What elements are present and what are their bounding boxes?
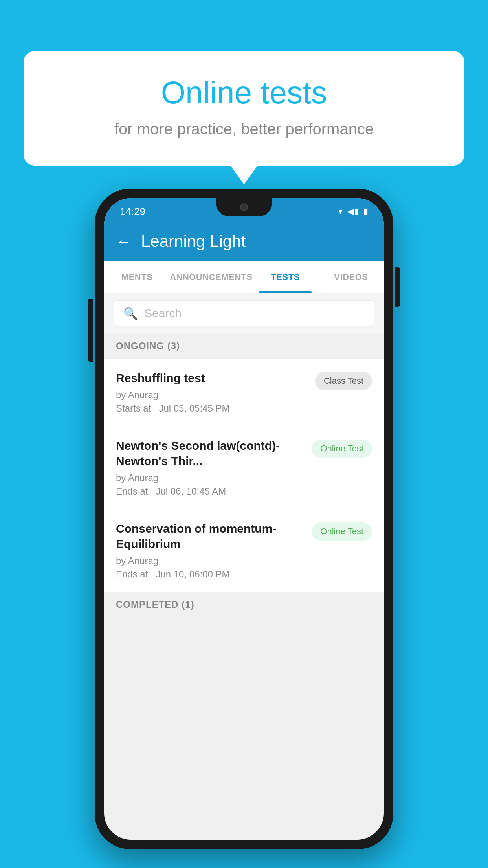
time-label: Starts at [116, 403, 151, 414]
completed-section-header: COMPLETED (1) [104, 592, 384, 617]
wifi-icon: ▾ [338, 206, 343, 217]
search-icon: 🔍 [123, 307, 138, 320]
list-item[interactable]: Conservation of momentum-Equilibrium by … [104, 509, 384, 592]
test-time: Ends at Jun 10, 06:00 PM [116, 569, 304, 580]
camera-icon [240, 203, 248, 211]
list-item[interactable]: Reshuffling test by Anurag Starts at Jul… [104, 359, 384, 426]
signal-icon: ◀▮ [347, 206, 359, 217]
test-name: Newton's Second law(contd)-Newton's Thir… [116, 438, 304, 469]
battery-icon: ▮ [363, 206, 368, 217]
test-badge: Online Test [312, 522, 372, 541]
test-badge: Class Test [315, 372, 372, 390]
speech-bubble: Online tests for more practice, better p… [24, 51, 464, 166]
test-info: Reshuffling test by Anurag Starts at Jul… [116, 370, 307, 414]
tab-ments[interactable]: MENTS [104, 261, 170, 293]
bubble-title: Online tests [55, 75, 433, 111]
phone-outer: 14:29 ▾ ◀▮ ▮ ← Learning Light MENTS ANNO… [95, 189, 393, 849]
search-box[interactable]: 🔍 Search [114, 300, 374, 326]
time-label: Ends at [116, 486, 148, 497]
completed-label: COMPLETED (1) [116, 599, 194, 610]
time-label: Ends at [116, 569, 148, 579]
tabs: MENTS ANNOUNCEMENTS TESTS VIDEOS [104, 261, 384, 293]
test-info: Newton's Second law(contd)-Newton's Thir… [116, 438, 304, 497]
list-item[interactable]: Newton's Second law(contd)-Newton's Thir… [104, 426, 384, 509]
tab-tests[interactable]: TESTS [253, 261, 318, 293]
test-time: Ends at Jul 06, 10:45 AM [116, 486, 304, 497]
time-value: Jul 05, 05:45 PM [159, 403, 229, 414]
search-area: 🔍 Search [104, 293, 384, 333]
test-time: Starts at Jul 05, 05:45 PM [116, 403, 307, 414]
tab-videos[interactable]: VIDEOS [318, 261, 384, 293]
test-author: by Anurag [116, 390, 307, 401]
app-title: Learning Light [141, 232, 246, 251]
test-name: Conservation of momentum-Equilibrium [116, 521, 304, 552]
phone: 14:29 ▾ ◀▮ ▮ ← Learning Light MENTS ANNO… [95, 189, 393, 849]
test-badge: Online Test [312, 440, 372, 458]
tab-announcements[interactable]: ANNOUNCEMENTS [170, 261, 253, 293]
test-author: by Anurag [116, 473, 304, 484]
app-bar: ← Learning Light [104, 222, 384, 261]
status-time: 14:29 [120, 206, 145, 218]
status-icons: ▾ ◀▮ ▮ [338, 206, 368, 217]
time-value: Jun 10, 06:00 PM [156, 569, 229, 579]
back-button[interactable]: ← [116, 233, 132, 250]
bubble-subtitle: for more practice, better performance [55, 120, 433, 138]
ongoing-label: ONGOING (3) [116, 340, 180, 351]
test-name: Reshuffling test [116, 370, 307, 386]
test-list: Reshuffling test by Anurag Starts at Jul… [104, 359, 384, 592]
time-value: Jul 06, 10:45 AM [156, 486, 226, 497]
search-input[interactable]: Search [144, 307, 182, 320]
phone-screen: 14:29 ▾ ◀▮ ▮ ← Learning Light MENTS ANNO… [104, 198, 384, 840]
phone-notch [216, 198, 272, 216]
test-author: by Anurag [116, 555, 304, 566]
test-info: Conservation of momentum-Equilibrium by … [116, 521, 304, 580]
ongoing-section-header: ONGOING (3) [104, 333, 384, 359]
